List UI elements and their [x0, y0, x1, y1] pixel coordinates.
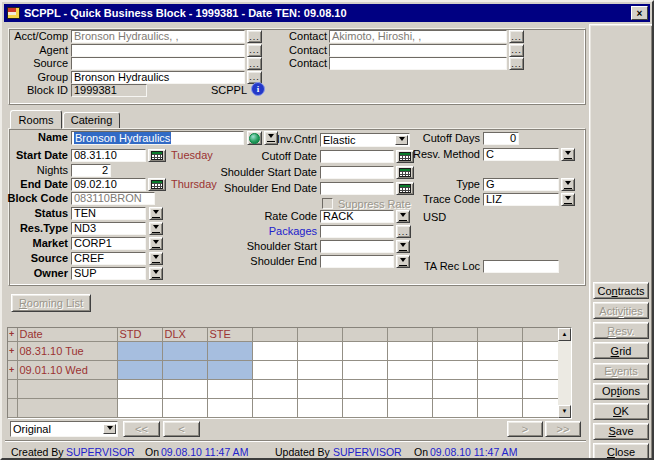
source-header-field[interactable] [71, 57, 245, 70]
grid-cell[interactable] [252, 398, 297, 417]
agent-lookup-button[interactable]: ... [247, 44, 262, 57]
grid-cell[interactable] [207, 341, 252, 360]
start-date-field[interactable]: 08.31.10 [71, 149, 146, 162]
trace-code-field[interactable]: LIZ [483, 193, 559, 206]
grid-cell[interactable] [387, 398, 432, 417]
grid-cell[interactable] [342, 360, 387, 379]
grid-cell[interactable] [522, 398, 558, 417]
rate-code-lov-button[interactable] [396, 210, 410, 223]
group-field[interactable]: Bronson Hydraulics [71, 71, 245, 84]
grid-cell[interactable] [387, 341, 432, 360]
market-field[interactable]: CORP1 [71, 237, 146, 250]
grid-cell[interactable] [117, 398, 162, 417]
source-lov-button[interactable] [149, 252, 163, 265]
grid-cell[interactable] [297, 360, 342, 379]
grid-cell[interactable] [297, 341, 342, 360]
grid-cell[interactable] [477, 398, 522, 417]
owner-field[interactable]: SUP [71, 267, 146, 280]
source-field[interactable]: CREF [71, 252, 146, 265]
end-date-calendar-icon[interactable] [148, 178, 166, 191]
shoulder-start-date-field[interactable] [320, 166, 394, 179]
grid-cell[interactable] [162, 341, 207, 360]
agent-field[interactable] [71, 44, 245, 57]
side-button-close[interactable]: Close [593, 443, 649, 460]
contact1-lookup-button[interactable]: ... [509, 30, 524, 43]
res-type-field[interactable]: ND3 [71, 222, 146, 235]
packages-field[interactable] [320, 225, 394, 238]
type-lov-button[interactable] [561, 178, 575, 191]
grid-cell[interactable] [432, 360, 477, 379]
grid-cell[interactable] [432, 379, 477, 398]
grid-cell[interactable] [522, 341, 558, 360]
grid-cell[interactable] [342, 398, 387, 417]
resv-method-lov-button[interactable] [561, 148, 575, 161]
chevron-down-icon[interactable] [103, 424, 116, 434]
shoulder-start-lov-button[interactable] [396, 240, 410, 253]
tab-rooms[interactable]: Rooms [10, 110, 62, 129]
rate-code-field[interactable]: RACK [320, 210, 394, 223]
grid-cell[interactable] [342, 341, 387, 360]
grid-cell[interactable] [432, 398, 477, 417]
shoulder-end-field[interactable] [320, 255, 394, 268]
grid-cell[interactable] [477, 341, 522, 360]
ta-rec-loc-field[interactable] [483, 260, 559, 273]
grid-cell[interactable] [477, 360, 522, 379]
grid-scrollbar[interactable]: ▲ ▼ [558, 328, 571, 418]
shoulder-start-field[interactable] [320, 240, 394, 253]
side-button-contracts[interactable]: Contracts [593, 282, 649, 299]
grid-cell[interactable] [342, 379, 387, 398]
grid-cell[interactable] [162, 379, 207, 398]
grid-cell[interactable] [522, 360, 558, 379]
shoulder-end-date-field[interactable] [320, 182, 394, 195]
cutoff-days-field[interactable]: 0 [483, 132, 519, 145]
owner-lov-button[interactable] [149, 267, 163, 280]
grid-cell[interactable] [297, 398, 342, 417]
grid-cell[interactable] [297, 379, 342, 398]
grid-cell[interactable] [162, 398, 207, 417]
grid-cell[interactable] [252, 341, 297, 360]
name-field[interactable]: Bronson Hydraulics [71, 131, 244, 145]
tab-catering[interactable]: Catering [63, 112, 120, 129]
grid-cell[interactable] [477, 379, 522, 398]
start-date-calendar-icon[interactable] [148, 149, 166, 162]
res-type-lov-button[interactable] [149, 222, 163, 235]
grid-cell[interactable] [117, 360, 162, 379]
grid-cell[interactable] [207, 398, 252, 417]
source-lookup-button[interactable]: ... [247, 57, 262, 70]
side-button-ok[interactable]: OK [593, 403, 649, 420]
scroll-down-icon[interactable]: ▼ [558, 405, 571, 418]
grid-cell[interactable] [162, 360, 207, 379]
type-field[interactable]: G [483, 178, 559, 191]
grid-cell[interactable] [432, 341, 477, 360]
packages-lookup-button[interactable]: ... [396, 225, 411, 238]
contact3-field[interactable] [329, 57, 507, 70]
grid-cell[interactable] [522, 379, 558, 398]
end-date-field[interactable]: 09.02.10 [71, 178, 146, 191]
contact1-field[interactable]: Akimoto, Hiroshi, , [329, 30, 507, 43]
side-button-grid[interactable]: Grid [593, 342, 649, 359]
grid-cell[interactable] [117, 341, 162, 360]
resv-method-field[interactable]: C [483, 148, 559, 161]
grid-cell[interactable] [252, 379, 297, 398]
side-button-save[interactable]: Save [593, 423, 649, 440]
grid-cell[interactable] [117, 379, 162, 398]
nights-field[interactable]: 2 [71, 164, 111, 177]
acct-comp-lookup-button[interactable]: ... [247, 30, 262, 43]
contact3-lookup-button[interactable]: ... [509, 57, 524, 70]
info-icon[interactable]: i [251, 82, 265, 96]
grid-cell[interactable] [252, 360, 297, 379]
cutoff-date-field[interactable] [320, 150, 394, 163]
grid-cell[interactable] [387, 360, 432, 379]
grid-cell[interactable] [387, 379, 432, 398]
side-button-options[interactable]: Options [593, 383, 649, 400]
close-icon[interactable]: × [631, 6, 648, 20]
contact2-field[interactable] [329, 44, 507, 57]
inv-cntrl-combo[interactable]: Elastic [320, 133, 410, 147]
contact2-lookup-button[interactable]: ... [509, 44, 524, 57]
grid-cell[interactable] [207, 379, 252, 398]
acct-comp-field[interactable]: Bronson Hydraulics, , [71, 30, 245, 43]
packages-link[interactable]: Packages [242, 225, 317, 238]
market-lov-button[interactable] [149, 237, 163, 250]
trace-code-lov-button[interactable] [561, 193, 575, 206]
scroll-up-icon[interactable]: ▲ [558, 328, 571, 341]
